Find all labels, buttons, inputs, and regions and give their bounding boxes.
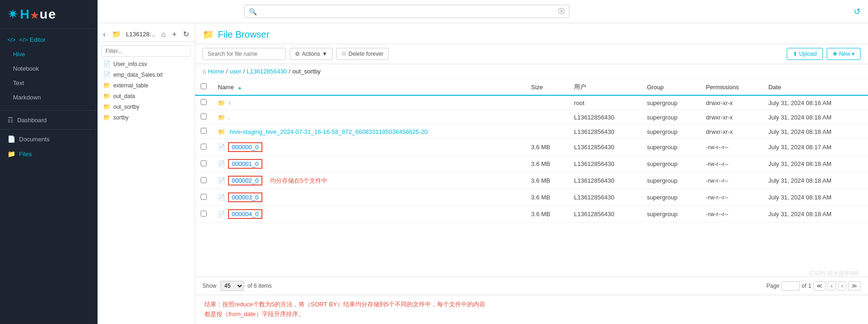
sidebar-item-markdown[interactable]: Markdown <box>0 90 98 105</box>
breadcrumb-user[interactable]: user <box>229 68 241 75</box>
file-name[interactable]: . <box>228 114 230 121</box>
row-group: supergroup <box>641 139 700 156</box>
sidebar-item-text[interactable]: Text <box>0 76 98 90</box>
row-checkbox[interactable] <box>201 177 207 183</box>
row-size <box>526 125 568 139</box>
row-checkbox[interactable] <box>201 144 207 150</box>
tree-item-outdata[interactable]: 📁 out_data <box>98 91 195 101</box>
sidebar-item-hive[interactable]: Hive <box>0 47 98 61</box>
notebook-label: Notebook <box>13 65 39 72</box>
next-page-button[interactable]: › <box>838 281 846 291</box>
highlighted-name[interactable]: 000004_0 <box>228 209 262 219</box>
sidebar-item-documents[interactable]: 📄 Documents <box>0 132 98 146</box>
total-items-text: of 6 items <box>248 283 272 289</box>
first-page-button[interactable]: ≪ <box>813 281 826 291</box>
prev-page-button[interactable]: ‹ <box>828 281 836 291</box>
file-name[interactable]: .hive-staging_hive_2024-07-31_16-16-58_8… <box>228 128 428 135</box>
divider-2 <box>0 129 98 130</box>
breadcrumb-home[interactable]: Home <box>208 68 224 75</box>
breadcrumb-folder[interactable]: L13612856430 <box>247 68 287 75</box>
topbar-clear-icon[interactable]: ⓧ <box>558 7 565 16</box>
back-icon[interactable]: ‹ <box>101 29 107 40</box>
row-user: root <box>568 95 641 110</box>
tree-item-sortby[interactable]: 📁 sortby <box>98 112 195 123</box>
new-button[interactable]: ✚ New ▾ <box>827 48 861 60</box>
sidebar: ✷ H★ue </> </> Editor Hive Notebook Text… <box>0 0 98 324</box>
row-checkbox-cell <box>195 172 212 189</box>
show-select[interactable]: 45 25 100 <box>220 281 244 291</box>
row-checkbox[interactable] <box>201 113 207 119</box>
file-name[interactable]: ↑ <box>228 99 231 106</box>
row-name-cell[interactable]: 📁.hive-staging_hive_2024-07-31_16-16-58_… <box>212 125 526 139</box>
table-row: 📄000004_03.6 MBL13612856430supergroup-rw… <box>195 206 868 223</box>
topbar-search-input[interactable]: user/hive/warehouse/liu_hive.db/emp_part… <box>244 5 569 18</box>
file-icon: 📄 <box>103 60 111 67</box>
home-icon[interactable]: ⌂ <box>159 29 168 40</box>
tree-item-empdatasales[interactable]: 📄 emp_data_Sales.txt <box>98 69 195 80</box>
tree-item-userinfocsv[interactable]: 📄 User_info.csv <box>98 59 195 69</box>
sidebar-item-editor[interactable]: </> </> Editor <box>0 33 98 47</box>
actions-button[interactable]: ⚙ Actions ▼ <box>290 48 333 60</box>
header-size[interactable]: Size <box>526 79 568 95</box>
row-checkbox-cell <box>195 156 212 172</box>
highlighted-name[interactable]: 000000_0 <box>228 142 262 152</box>
header-date[interactable]: Date <box>763 79 868 95</box>
header-checkbox-cell <box>195 79 212 95</box>
row-name-cell[interactable]: 📁. <box>212 110 526 125</box>
row-user: L13612856430 <box>568 125 641 139</box>
row-name-cell[interactable]: 📄000001_0 <box>212 156 526 172</box>
row-checkbox[interactable] <box>201 211 207 217</box>
row-user: L13612856430 <box>568 139 641 156</box>
row-permissions: -rw-r--r-- <box>700 172 763 189</box>
row-name-cell[interactable]: 📄000002_0均分存储在5个文件中 <box>212 172 526 189</box>
documents-label: Documents <box>19 136 50 143</box>
refresh-tree-icon[interactable]: ↻ <box>181 29 191 40</box>
folder-icon: 📁 <box>103 93 111 99</box>
header-name[interactable]: Name ▲ <box>212 79 526 95</box>
refresh-icon[interactable]: ↺ <box>854 7 861 16</box>
row-checkbox[interactable] <box>201 99 207 105</box>
row-checkbox-cell <box>195 110 212 125</box>
header-user[interactable]: 用户 <box>568 79 641 95</box>
highlighted-name[interactable]: 000003_0 <box>228 192 262 202</box>
row-checkbox[interactable] <box>201 160 207 166</box>
table-row: 📄000001_03.6 MBL13612856430supergroup-rw… <box>195 156 868 172</box>
csdn-watermark: CSDN @大强哥666 <box>809 270 859 278</box>
row-size: 3.6 MB <box>526 156 568 172</box>
row-checkbox[interactable] <box>201 128 207 134</box>
row-permissions: drwxr-xr-x <box>700 125 763 139</box>
logo-icon: ✷ <box>7 7 18 22</box>
dashboard-label: Dashboard <box>17 117 47 124</box>
highlighted-name[interactable]: 000002_0 <box>228 176 262 185</box>
pagination-right: Page 1 of 1 ≪ ‹ › ≫ <box>766 281 861 291</box>
row-name-cell[interactable]: 📄000004_0 <box>212 206 526 223</box>
delete-button[interactable]: ♲ Delete forever <box>336 48 388 60</box>
editor-icon: </> <box>7 37 15 43</box>
page-input[interactable]: 1 <box>781 281 800 291</box>
header-group[interactable]: Group <box>641 79 700 95</box>
table-row: 📄000002_0均分存储在5个文件中3.6 MBL13612856430sup… <box>195 172 868 189</box>
sidebar-item-notebook[interactable]: Notebook <box>0 61 98 76</box>
row-name-cell[interactable]: 📄000000_0 <box>212 139 526 156</box>
sidebar-item-dashboard[interactable]: ☶ Dashboard <box>0 112 98 127</box>
filter-input[interactable] <box>101 46 191 57</box>
sort-arrow-icon: ▲ <box>237 85 242 90</box>
tree-item-externaltable[interactable]: 📁 external_table <box>98 80 195 91</box>
row-name-cell[interactable]: 📁↑ <box>212 95 526 110</box>
row-checkbox[interactable] <box>201 194 207 200</box>
trash-icon: ♲ <box>341 51 346 57</box>
table-row: 📁↑rootsupergroupdrwxr-xr-xJuly 31, 2024 … <box>195 95 868 110</box>
header-permissions[interactable]: Permissions <box>700 79 763 95</box>
highlighted-name[interactable]: 000001_0 <box>228 159 262 169</box>
file-search-input[interactable] <box>202 48 286 60</box>
last-page-button[interactable]: ≫ <box>848 281 861 291</box>
breadcrumb-current: out_sortby <box>292 68 320 75</box>
select-all-checkbox[interactable] <box>201 83 207 89</box>
sidebar-item-files[interactable]: 📁 Files <box>0 146 98 161</box>
tree-item-outsortby[interactable]: 📁 out_sortby <box>98 101 195 112</box>
divider-1 <box>0 110 98 111</box>
row-checkbox-cell <box>195 206 212 223</box>
add-folder-icon[interactable]: + <box>170 29 178 40</box>
row-name-cell[interactable]: 📄000003_0 <box>212 189 526 206</box>
upload-button[interactable]: ⬆ Upload <box>787 48 823 60</box>
